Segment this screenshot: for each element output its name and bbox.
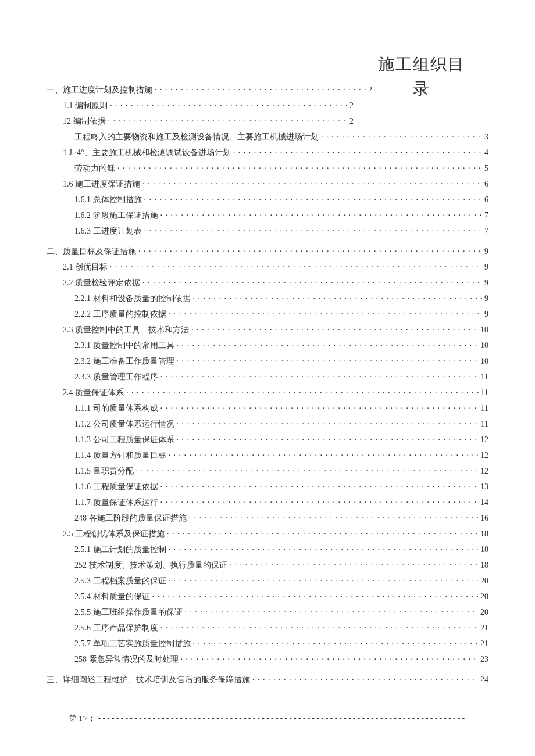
- toc-dot-leader: [160, 403, 479, 411]
- page-footer: 第 1'7； ---------------------------------…: [0, 713, 535, 723]
- title-line-1: 施工组织目: [378, 52, 465, 77]
- toc-dot-leader: [167, 528, 478, 536]
- toc-row: 2.5.1 施工计划的质量控制18: [74, 544, 488, 555]
- toc-page-number: 12: [480, 467, 488, 476]
- toc-page-number: 20: [480, 608, 488, 617]
- toc-row: 1.1.6 工程质量保证依据13: [74, 481, 488, 492]
- toc-dot-leader: [152, 591, 479, 599]
- toc-entry-label: 2.2.2 工序质量的控制依据: [74, 309, 166, 320]
- toc-entry-label: 1.1.3 公司工程质量保证体系: [74, 435, 174, 445]
- toc-dot-leader: [136, 465, 479, 474]
- toc-page-number: 20: [480, 592, 488, 601]
- toc-dot-leader: [142, 178, 482, 187]
- toc-page-number: 9: [484, 310, 488, 319]
- toc-dot-leader: [169, 450, 479, 458]
- toc-row: 2.2.2 工序质量的控制依据9: [74, 309, 488, 320]
- toc-dot-leader: [252, 674, 478, 682]
- toc-dot-leader: [160, 622, 479, 630]
- toc-page-number: 18: [480, 545, 488, 554]
- title-line-2: 录: [378, 77, 465, 101]
- toc-entry-label: 2.3.1 质量控制中的常用工具: [74, 341, 174, 351]
- toc-page-number: 9: [484, 294, 488, 303]
- toc-dot-leader: [169, 544, 479, 552]
- toc-page-number: 12: [480, 435, 488, 445]
- toc-page-number: 2: [349, 101, 354, 110]
- toc-row: 2.4 质量保证体系11: [63, 387, 488, 398]
- toc-dot-leader: [177, 434, 479, 442]
- toc-row: 12 编制依据2: [63, 116, 354, 127]
- toc-entry-label: 1.6 施工进度保证措施: [63, 179, 140, 189]
- toc-entry-label: 248 各施工阶段的质量保证措施: [74, 513, 187, 524]
- toc-entry-label: 1 J-·4°、主要施工机械和检测调试设备进场计划: [63, 148, 231, 158]
- toc-dot-leader: [193, 293, 483, 301]
- toc-page-number: 13: [480, 482, 488, 492]
- table-of-contents: 一、施工进度计划及控制措施21.1 编制原则212 编制依据2工程咚入的主要物资…: [47, 84, 488, 685]
- toc-entry-label: 252 技术制度、技术策划、执行质量的保证: [74, 560, 227, 571]
- toc-page-number: 11: [481, 420, 488, 429]
- toc-page-number: 10: [480, 357, 488, 366]
- toc-row: 2.2.1 材料和设备质量的控制依据9: [74, 293, 488, 304]
- toc-page-number: 3: [484, 132, 488, 142]
- toc-page-number: 7: [484, 211, 488, 220]
- toc-dot-leader: [160, 481, 479, 489]
- toc-entry-label: 1.1.7 质量保证体系运行: [74, 497, 158, 508]
- toc-dot-leader: [181, 654, 479, 662]
- toc-page-number: 4: [484, 148, 488, 157]
- toc-row: 2.5.5 施工班组操作质量的保证20: [74, 607, 488, 618]
- toc-dot-leader: [144, 194, 483, 202]
- toc-entry-label: 1.1.2 公司质量体系运行情况: [74, 419, 174, 429]
- toc-dot-leader: [177, 356, 479, 364]
- toc-entry-label: 2.2 质量检验评定依据: [63, 278, 140, 288]
- toc-entry-label: 2.5.7 单项工艺实施质量控制措施: [74, 639, 191, 649]
- toc-entry-label: 2.5.1 施工计划的质量控制: [74, 544, 166, 555]
- toc-row: 252 技术制度、技术策划、执行质量的保证18: [74, 560, 488, 571]
- toc-entry-label: 2.5.4 材料质量的保证: [74, 592, 150, 602]
- toc-page-number: 9: [484, 278, 488, 288]
- toc-entry-label: 1.1.4 质量方针和质量目标: [74, 450, 166, 461]
- toc-page-number: 12: [480, 451, 488, 460]
- toc-entry-label: 1.1.1 司的质量体系构成: [74, 403, 158, 414]
- toc-entry-label: 1.1 编制原则: [63, 101, 108, 111]
- toc-entry-label: 2.5 工程创优体系及保证措施: [63, 529, 165, 539]
- toc-dot-leader: [144, 225, 483, 234]
- toc-dot-leader: [142, 277, 482, 285]
- toc-dot-leader: [126, 387, 479, 395]
- toc-entry-label: 1.6.2 阶段施工保证措施: [74, 210, 158, 221]
- toc-page-number: 21: [480, 639, 488, 648]
- toc-page-number: 2: [368, 85, 372, 95]
- toc-row: 1.1 编制原则2: [63, 100, 354, 111]
- toc-row: 1.6.1 总体控制措施6: [74, 194, 488, 205]
- toc-entry-label: 2.5.6 工序产品保护制度: [74, 623, 158, 633]
- toc-page-number: 11: [481, 372, 488, 382]
- toc-entry-label: 劳动力的稣: [74, 163, 115, 174]
- toc-page-number: 18: [480, 529, 488, 539]
- toc-dot-leader: [169, 575, 479, 583]
- toc-row: 1.6.2 阶段施工保证措施7: [74, 210, 488, 221]
- toc-entry-label: 1.1.6 工程质量保证依据: [74, 482, 158, 492]
- toc-row: 劳动力的稣5: [74, 163, 488, 174]
- toc-page-number: 24: [480, 675, 488, 685]
- toc-page-number: 5: [484, 164, 488, 173]
- toc-dot-leader: [233, 147, 482, 155]
- toc-dot-leader: [160, 371, 479, 379]
- toc-row: 2.5.6 工序产品保护制度21: [74, 622, 488, 633]
- document-title: 施工组织目 录: [378, 52, 465, 101]
- toc-dot-leader: [138, 246, 482, 254]
- footer-page-label: 第 1'7；: [69, 714, 95, 722]
- toc-row: 2.3.3 质量管理工作程序11: [74, 371, 488, 382]
- toc-entry-label: 工程咚入的主要物资和施工及检测设备情况、主要施工机械进场计划: [74, 132, 319, 142]
- toc-row: 1.1.7 质量保证体系运行14: [74, 497, 488, 508]
- toc-page-number: 14: [480, 498, 488, 507]
- toc-entry-label: 1.1.5 量职责分配: [74, 466, 134, 476]
- toc-row: 2.5 工程创优体系及保证措施18: [63, 528, 488, 539]
- toc-dot-leader: [177, 418, 479, 427]
- toc-entry-label: 一、施工进度计划及控制措施: [47, 85, 152, 95]
- toc-row: 1.6.3 工进度计划表7: [74, 225, 488, 237]
- toc-row: 248 各施工阶段的质量保证措施16: [74, 513, 488, 524]
- toc-row: 2.3.1 质量控制中的常用工具10: [74, 340, 488, 351]
- footer-dash-line: ----------------------------------------…: [97, 714, 466, 722]
- toc-entry-label: 2.5.5 施工班组操作质量的保证: [74, 607, 183, 618]
- toc-row: 工程咚入的主要物资和施工及检测设备情况、主要施工机械进场计划3: [74, 131, 488, 142]
- toc-row: 1.1.1 司的质量体系构成11: [74, 403, 488, 414]
- toc-page-number: 11: [481, 404, 488, 413]
